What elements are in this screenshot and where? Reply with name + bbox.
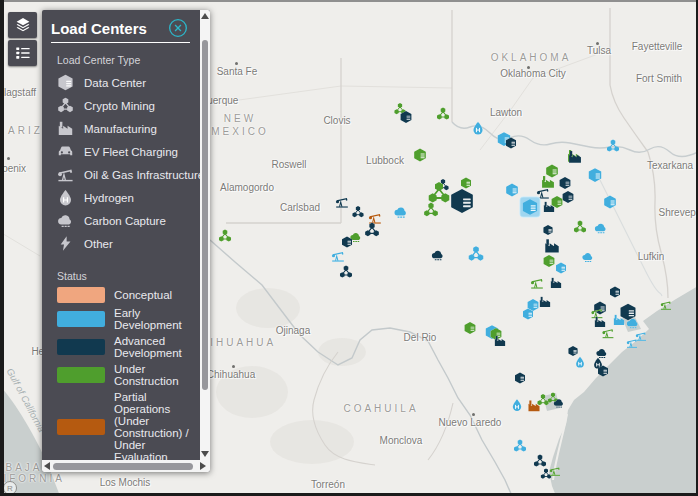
legend-type-hydrogen: Hydrogen	[57, 186, 200, 209]
marker-manufacturing[interactable]	[494, 335, 507, 348]
carbon-capture-icon	[57, 212, 74, 229]
marker-data-center[interactable]	[514, 372, 526, 384]
marker-crypto-mining[interactable]	[606, 139, 620, 153]
marker-manufacturing[interactable]	[539, 296, 552, 309]
marker-data-center[interactable]	[543, 225, 554, 236]
marker-hydrogen[interactable]	[574, 356, 586, 368]
marker-oil-gas[interactable]	[530, 276, 544, 290]
marker-oil-gas[interactable]	[549, 465, 561, 477]
marker-data-center[interactable]	[559, 177, 572, 190]
legend-type-label: Carbon Capture	[84, 215, 166, 227]
marker-crypto-mining[interactable]	[533, 454, 547, 468]
marker-data-center[interactable]	[603, 195, 617, 209]
marker-crypto-mining[interactable]	[513, 439, 527, 453]
scroll-left-arrow[interactable]	[44, 462, 50, 470]
legend-status-label: Under Construction	[114, 363, 200, 387]
legend-icon	[14, 44, 32, 62]
legend-status-label: Partial Operations (Under Construction) …	[114, 391, 200, 460]
status-swatch	[57, 367, 105, 383]
marker-oil-gas[interactable]	[335, 195, 349, 209]
legend-status-label: Advanced Development	[114, 335, 200, 359]
marker-data-center[interactable]	[400, 111, 413, 124]
marker-carbon-capture[interactable]	[594, 221, 608, 235]
legend-type-label: Manufacturing	[84, 123, 157, 135]
status-swatch	[57, 311, 105, 327]
panel-vertical-scrollbar[interactable]	[200, 10, 210, 460]
close-icon	[168, 18, 188, 38]
panel-horizontal-scrollbar[interactable]	[42, 460, 210, 472]
hydrogen-icon	[57, 189, 74, 206]
marker-crypto-mining[interactable]	[423, 202, 439, 218]
other-icon	[57, 235, 74, 252]
legend-type-label: Hydrogen	[84, 192, 134, 204]
marker-carbon-capture[interactable]	[582, 251, 595, 264]
legend-status-partial-operations-under-construction-under-evaluation: Partial Operations (Under Construction) …	[57, 391, 200, 460]
marker-data-center[interactable]	[505, 183, 519, 197]
legend-button[interactable]	[8, 40, 37, 66]
marker-crypto-mining[interactable]	[436, 107, 450, 121]
legend-status-early-development: Early Development	[57, 307, 200, 331]
marker-manufacturing[interactable]	[613, 314, 626, 327]
marker-manufacturing[interactable]	[568, 150, 583, 165]
legend-type-label: EV Fleet Charging	[84, 146, 178, 158]
status-section-label: Status	[57, 270, 200, 282]
legend-type-label: Other	[84, 238, 113, 250]
legend-type-label: Data Center	[84, 77, 146, 89]
attribution-logo: R	[3, 481, 17, 495]
legend-type-crypto-mining: Crypto Mining	[57, 94, 200, 117]
marker-manufacturing[interactable]	[550, 277, 563, 290]
map-toolbar	[8, 12, 37, 66]
legend-type-oil-gas-infrastructure: Oil & Gas Infrastructure	[57, 163, 200, 186]
marker-manufacturing[interactable]	[544, 238, 561, 255]
marker-data-center[interactable]	[609, 286, 621, 298]
horizontal-scroll-thumb[interactable]	[53, 463, 193, 470]
marker-data-center[interactable]	[521, 198, 540, 217]
marker-oil-gas[interactable]	[626, 337, 638, 349]
marker-carbon-capture[interactable]	[553, 397, 565, 409]
marker-crypto-mining[interactable]	[468, 246, 485, 263]
marker-oil-gas[interactable]	[660, 299, 672, 311]
vertical-scroll-thumb[interactable]	[202, 40, 208, 390]
oil-gas-icon	[57, 166, 74, 183]
marker-crypto-mining[interactable]	[364, 222, 380, 238]
legend-status-conceptual: Conceptual	[57, 287, 200, 303]
layers-button[interactable]	[8, 12, 37, 38]
marker-oil-gas[interactable]	[602, 327, 615, 340]
marker-crypto-mining[interactable]	[573, 220, 587, 234]
status-swatch	[57, 419, 105, 435]
marker-crypto-mining[interactable]	[339, 265, 353, 279]
marker-oil-gas[interactable]	[331, 249, 345, 263]
marker-carbon-capture[interactable]	[626, 316, 640, 330]
scroll-right-arrow[interactable]	[200, 462, 206, 470]
legend-type-ev-fleet-charging: EV Fleet Charging	[57, 140, 200, 163]
close-button[interactable]	[168, 18, 188, 38]
ev-fleet-charging-icon	[57, 143, 74, 160]
marker-hydrogen[interactable]	[471, 121, 485, 135]
panel-body: Load Center Type Data CenterCrypto Minin…	[42, 52, 200, 460]
marker-data-center[interactable]	[588, 168, 603, 183]
marker-crypto-mining[interactable]	[218, 229, 232, 243]
marker-data-center[interactable]	[522, 308, 534, 320]
marker-data-center[interactable]	[464, 322, 477, 335]
scroll-down-arrow[interactable]	[201, 451, 209, 457]
marker-data-center[interactable]	[341, 236, 353, 248]
marker-carbon-capture[interactable]	[394, 205, 409, 220]
map-app-window: OKLAHOMANEWMEXICOCOAHUILACHIHUAHUAARIZON…	[0, 0, 698, 496]
marker-carbon-capture[interactable]	[431, 248, 445, 262]
marker-data-center[interactable]	[413, 148, 427, 162]
status-list: ConceptualEarly DevelopmentAdvanced Deve…	[57, 287, 200, 460]
legend-status-label: Conceptual	[114, 289, 200, 301]
marker-data-center[interactable]	[555, 262, 567, 274]
legend-type-data-center: Data Center	[57, 71, 200, 94]
scroll-up-arrow[interactable]	[201, 13, 209, 19]
data-center-icon	[57, 74, 74, 91]
marker-manufacturing[interactable]	[543, 201, 556, 214]
marker-data-center[interactable]	[505, 137, 517, 149]
legend-type-label: Oil & Gas Infrastructure	[84, 169, 200, 181]
marker-hydrogen[interactable]	[511, 399, 524, 412]
marker-data-center[interactable]	[597, 365, 609, 377]
marker-data-center[interactable]	[568, 346, 579, 357]
marker-data-center[interactable]	[449, 188, 475, 214]
marker-data-center[interactable]	[543, 255, 556, 268]
marker-crypto-mining[interactable]	[352, 206, 365, 219]
